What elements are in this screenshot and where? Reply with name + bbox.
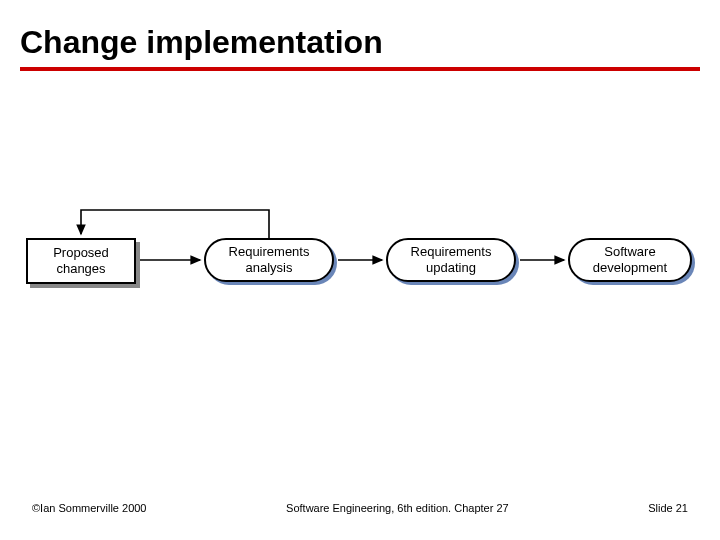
footer-copyright: ©Ian Sommerville 2000 bbox=[32, 502, 147, 514]
process-diagram: Proposed changes Requirements analysis R… bbox=[20, 190, 700, 330]
node-requirements-updating: Requirements updating bbox=[386, 238, 516, 282]
footer-slide-number: Slide 21 bbox=[648, 502, 688, 514]
footer-source: Software Engineering, 6th edition. Chapt… bbox=[286, 502, 509, 514]
slide-footer: ©Ian Sommerville 2000 Software Engineeri… bbox=[32, 502, 688, 514]
slide-header: Change implementation bbox=[20, 24, 700, 71]
node-label-line: analysis bbox=[246, 260, 293, 276]
node-label-line: Requirements bbox=[411, 244, 492, 260]
node-label-line: Proposed bbox=[53, 245, 109, 261]
node-label-line: changes bbox=[56, 261, 105, 277]
node-label-line: Software bbox=[604, 244, 655, 260]
node-proposed-changes: Proposed changes bbox=[26, 238, 136, 284]
node-label-line: updating bbox=[426, 260, 476, 276]
slide-title: Change implementation bbox=[20, 24, 700, 61]
node-software-development: Software development bbox=[568, 238, 692, 282]
node-label-line: development bbox=[593, 260, 667, 276]
title-underline bbox=[20, 67, 700, 71]
node-label-line: Requirements bbox=[229, 244, 310, 260]
node-requirements-analysis: Requirements analysis bbox=[204, 238, 334, 282]
